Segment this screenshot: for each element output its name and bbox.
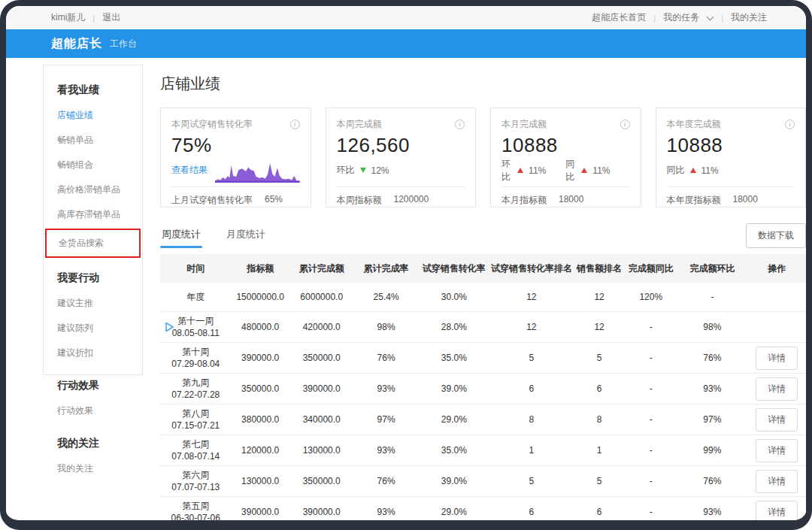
mom-value: 97% [677, 414, 747, 425]
col-header-cum-amount: 累计完成额 [289, 262, 354, 275]
target-value: 380000.0 [231, 414, 289, 425]
col-header-action: 操作 [748, 262, 806, 275]
card-value: 75% [171, 134, 300, 157]
mom-value: 93% [677, 507, 747, 517]
card-footer-label: 本周指标额 [337, 194, 382, 207]
conv-rate-value: 35.0% [419, 353, 489, 363]
username-link[interactable]: kimi新儿 [51, 11, 85, 24]
sidebar-item-highstock-slow[interactable]: 高库存滞销单品 [44, 202, 142, 227]
sales-rank-value: 6 [574, 383, 626, 394]
cum-rate-value: 93% [354, 507, 419, 517]
col-header-mom: 完成额环比 [677, 262, 747, 275]
tab-monthly-stats[interactable]: 月度统计 [225, 223, 267, 248]
card-footer-value: 18000 [733, 194, 758, 207]
card-footer-value: 65% [265, 194, 283, 207]
data-download-button[interactable]: 数据下载 [746, 223, 806, 248]
card-title: 本月完成额 [501, 118, 547, 131]
table-row: 第八周 07.15-07.21 380000.0 340000.0 97% 29… [160, 404, 806, 435]
target-value: 15000000.0 [231, 292, 289, 302]
period-label: 年度 [160, 291, 231, 303]
conv-rate-value: 39.0% [419, 476, 489, 486]
sidebar-item-suggest-discount[interactable]: 建议折扣 [44, 341, 142, 365]
cum-rate-value: 98% [354, 322, 419, 332]
metric-label: 环比 [501, 158, 512, 183]
cum-amount-value: 350000.0 [289, 353, 354, 363]
expand-row-icon[interactable] [165, 322, 174, 332]
yoy-value: - [625, 507, 677, 517]
cum-amount-value: 340000.0 [289, 414, 354, 425]
sidebar-item-all-goods-search[interactable]: 全货品搜索 [47, 230, 139, 256]
sidebar-item-bestseller-combo[interactable]: 畅销组合 [44, 153, 142, 177]
mom-value: 98% [677, 322, 747, 332]
target-value: 390000.0 [231, 507, 289, 517]
detail-button[interactable]: 详情 [756, 408, 798, 432]
col-header-sales-rank: 销售额排名 [574, 262, 626, 275]
red-highlight-annotation: 全货品搜索 [45, 229, 141, 258]
sidebar-item-suggest-display[interactable]: 建议陈列 [44, 316, 142, 341]
sidebar-item-bestseller-item[interactable]: 畅销单品 [44, 128, 142, 153]
logout-link[interactable]: 退出 [102, 11, 120, 24]
info-icon[interactable]: i [620, 120, 630, 129]
stats-tabs: 周度统计 月度统计 [160, 223, 267, 248]
my-tasks-link[interactable]: 我的任务 [663, 11, 699, 24]
yoy-value: - [625, 322, 677, 332]
col-header-conv-rank: 试穿销售转化率排名 [489, 262, 574, 275]
detail-button[interactable]: 详情 [756, 439, 798, 462]
sidebar-item-my-follow[interactable]: 我的关注 [44, 456, 142, 481]
col-header-yoy: 完成额同比 [625, 262, 677, 275]
cum-amount-value: 130000.0 [289, 445, 354, 456]
sidebar-item-action-effect[interactable]: 行动效果 [44, 398, 142, 423]
card-title: 本周完成额 [337, 118, 382, 131]
period-date: 07.29-08.04 [160, 358, 231, 370]
app-header: 超能店长 工作台 [6, 29, 806, 58]
conv-rank-value: 6 [489, 507, 574, 517]
info-icon[interactable]: i [455, 120, 465, 129]
table-header-row: 时间 指标额 累计完成额 累计完成率 试穿销售转化率 试穿销售转化率排名 销售额… [160, 254, 806, 283]
target-value: 120000.0 [231, 445, 289, 456]
period-date: 07.15-07.21 [160, 419, 231, 432]
sidebar-item-store-performance[interactable]: 店铺业绩 [44, 103, 142, 128]
period-label: 第八周 [160, 407, 231, 419]
card-weekly-amount: 本周完成额 i 126,560 环比 12% 本周指标额 1200000 [326, 108, 477, 207]
col-header-cum-rate: 累计完成率 [354, 262, 419, 275]
detail-button[interactable]: 详情 [756, 377, 798, 401]
period-date: 06-30-07-06 [160, 512, 231, 524]
conv-rate-value: 28.0% [419, 322, 489, 332]
cum-rate-value: 97% [354, 414, 419, 425]
detail-button[interactable]: 详情 [756, 470, 798, 493]
mom-value: 93% [677, 383, 747, 394]
table-row: 第七周 07.08-07.14 120000.0 130000.0 93% 35… [160, 435, 806, 466]
cum-rate-value: 93% [354, 383, 419, 394]
period-label: 第十周 [160, 346, 231, 358]
sidebar-section-performance: 看我业绩 [44, 77, 142, 103]
conv-rate-value: 39.0% [419, 383, 489, 394]
conv-rate-value: 30.0% [419, 292, 489, 302]
info-icon[interactable]: i [785, 120, 795, 129]
yoy-value: - [625, 383, 677, 394]
chevron-down-icon[interactable] [707, 13, 714, 20]
up-arrow-icon [690, 168, 696, 173]
my-follow-link[interactable]: 我的关注 [731, 11, 767, 24]
col-header-conv-rate: 试穿销售转化率 [419, 262, 489, 275]
metric-label: 环比 [337, 164, 355, 177]
conv-rank-value: 6 [489, 383, 574, 394]
target-value: 390000.0 [231, 353, 289, 363]
view-result-link[interactable]: 查看结果 [171, 164, 208, 177]
info-icon[interactable]: i [290, 120, 300, 129]
sidebar-item-suggest-promote[interactable]: 建议主推 [44, 291, 142, 316]
tab-weekly-stats[interactable]: 周度统计 [160, 223, 202, 248]
card-yearly-amount: 本年度完成额 i 10888 同比 11% 本年度指标额 18000 [656, 108, 807, 207]
sidebar: 看我业绩 店铺业绩 畅销单品 畅销组合 高价格滞销单品 高库存滞销单品 全货品搜… [43, 65, 143, 375]
period-date: 07.08-07.14 [160, 450, 231, 462]
period-label: 第六周 [160, 469, 231, 481]
card-value: 10888 [667, 134, 795, 157]
up-arrow-icon [581, 168, 587, 173]
mom-value: - [677, 292, 747, 302]
table-row: 第十周 07.29-08.04 390000.0 350000.0 76% 35… [160, 343, 806, 374]
detail-button[interactable]: 详情 [756, 347, 798, 370]
brand-title: 超能店长 [51, 36, 102, 52]
detail-button[interactable]: 详情 [756, 501, 798, 524]
home-link[interactable]: 超能店长首页 [592, 11, 646, 24]
sidebar-item-highprice-slow[interactable]: 高价格滞销单品 [44, 177, 142, 202]
conv-rank-value: 12 [489, 322, 574, 332]
